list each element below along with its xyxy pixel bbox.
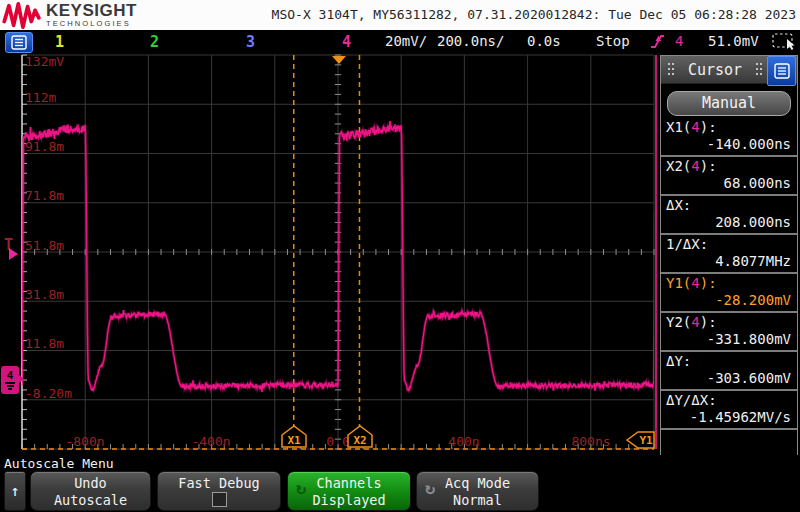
trigger-level-readout[interactable]: 51.0mV <box>708 33 759 49</box>
readout-y1: Y1(4): -28.200mV <box>661 274 797 313</box>
readout-y2: Y2(4): -331.800mV <box>661 313 797 352</box>
readout-inv-delta-x: 1/ΔX: 4.8077MHz <box>661 235 797 274</box>
channel-4-ground-marker[interactable]: 4 <box>1 366 19 394</box>
readout-value: -303.600mV <box>661 370 797 387</box>
instrument-title: MSO-X 3104T, MY56311282, 07.31.202001284… <box>272 7 796 22</box>
trigger-level-arrow-icon[interactable] <box>9 248 18 260</box>
trigger-source-readout[interactable]: 4 <box>675 33 683 49</box>
oscilloscope-screen: KEYSIGHT TECHNOLOGIES MSO-X 3104T, MY563… <box>0 0 800 512</box>
readout-value: -28.200mV <box>661 292 797 309</box>
readout-value: -331.800mV <box>661 331 797 348</box>
readout-delta-x: ΔX: 208.000ns <box>661 196 797 235</box>
cursor-x1-marker[interactable]: X1 <box>280 425 308 449</box>
selection-tool-icon[interactable] <box>772 33 797 51</box>
svg-text:Y1: Y1 <box>639 434 653 447</box>
brand-name: KEYSIGHT <box>46 2 137 19</box>
readout-value: -1.45962MV/s <box>661 409 797 426</box>
acq-mode-button[interactable]: ↻ Acq Mode Normal <box>416 471 539 511</box>
back-up-button[interactable]: ↑ <box>4 471 26 511</box>
cursor-panel: Cursor Manual X1(4): -140.000ns X2(4): 6… <box>660 55 798 456</box>
v-axis-label: 132mV <box>25 55 64 68</box>
v-axis-label: 91.8m <box>25 140 64 153</box>
top-bar: KEYSIGHT TECHNOLOGIES MSO-X 3104T, MY563… <box>0 0 800 30</box>
svg-text:X1: X1 <box>287 434 301 447</box>
readout-value: 68.000ns <box>661 175 797 192</box>
brand-block: KEYSIGHT TECHNOLOGIES <box>46 2 137 28</box>
cursor-panel-title: Cursor <box>661 61 769 79</box>
ground-icon <box>5 382 15 384</box>
v-axis-label: 71.8m <box>25 189 64 202</box>
channel-3-button[interactable]: 3 <box>246 33 255 51</box>
channel-1-button[interactable]: 1 <box>55 33 64 51</box>
menu-list-icon <box>11 35 27 50</box>
run-state-readout[interactable]: Stop <box>596 33 630 49</box>
readout-value: -140.000ns <box>661 136 797 153</box>
undo-autoscale-button[interactable]: Undo Autoscale <box>30 471 151 511</box>
menu-list-icon <box>774 63 790 79</box>
cursor-y1-marker[interactable]: Y1 <box>626 430 656 451</box>
trigger-time-marker[interactable] <box>331 55 347 65</box>
softkey-menu-title: Autoscale Menu <box>4 456 114 471</box>
brand-subtitle: TECHNOLOGIES <box>46 19 137 28</box>
v-axis-label: 112m <box>25 91 56 104</box>
refresh-icon: ↻ <box>296 478 306 498</box>
refresh-icon: ↻ <box>425 478 435 498</box>
delay-readout[interactable]: 0.0s <box>527 33 561 49</box>
vertical-scale-readout[interactable]: 20mV/ <box>385 33 427 49</box>
waveform-display: 132mV 112m 91.8m 71.8m 51.8m 31.8m 11.8m… <box>0 53 658 455</box>
svg-text:X2: X2 <box>353 434 366 447</box>
status-bar: 1 2 3 4 20mV/ 200.0ns/ 0.0s Stop 4 51.0m… <box>0 30 800 53</box>
fast-debug-checkbox[interactable] <box>212 492 227 507</box>
cursor-mode-button[interactable]: Manual <box>667 91 791 116</box>
cursor-readouts: X1(4): -140.000ns X2(4): 68.000ns ΔX: 20… <box>661 118 797 430</box>
readout-x1: X1(4): -140.000ns <box>661 118 797 157</box>
timebase-readout[interactable]: 200.0ns/ <box>437 33 504 49</box>
readout-value: 208.000ns <box>661 214 797 231</box>
v-axis-label: 11.8m <box>25 337 64 350</box>
v-axis-label: -8.20m <box>25 387 72 400</box>
clipped-trace-edge <box>655 55 657 449</box>
trigger-edge-icon <box>650 33 665 50</box>
softkey-bar: Autoscale Menu ↑ Undo Autoscale Fast Deb… <box>0 455 800 512</box>
readout-x2: X2(4): 68.000ns <box>661 157 797 196</box>
t-axis-label: 400n <box>434 435 494 448</box>
t-axis-label: 800ns <box>561 435 621 448</box>
v-axis-label: 51.8m <box>25 239 64 252</box>
channel-4-ground-arrow-icon <box>18 374 24 384</box>
t-axis-label: -400n <box>181 435 241 448</box>
cursor-menu-button[interactable] <box>767 56 796 86</box>
drag-grip-icon[interactable] <box>756 63 763 76</box>
readout-value: 4.8077MHz <box>661 253 797 270</box>
v-axis-label: 31.8m <box>25 288 64 301</box>
readout-slope: ΔY/ΔX: -1.45962MV/s <box>661 391 797 430</box>
t-axis-label: -800n <box>55 435 115 448</box>
main-menu-button[interactable] <box>5 32 33 53</box>
readout-delta-y: ΔY: -303.600mV <box>661 352 797 391</box>
cursor-x2-marker[interactable]: X2 <box>346 425 374 449</box>
keysight-logo-icon <box>2 1 42 29</box>
channel-2-button[interactable]: 2 <box>150 33 159 51</box>
graticule <box>0 53 658 455</box>
fast-debug-button[interactable]: Fast Debug <box>157 471 281 511</box>
channels-displayed-button[interactable]: ↻ Channels Displayed <box>287 471 411 511</box>
channel-4-button[interactable]: 4 <box>342 33 351 51</box>
